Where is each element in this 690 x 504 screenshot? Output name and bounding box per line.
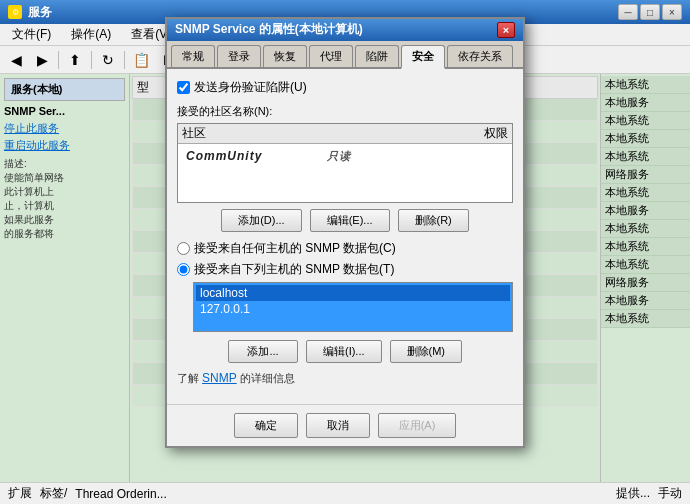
dialog-tabs: 常规登录恢复代理陷阱安全依存关系: [167, 41, 523, 69]
radio-any[interactable]: [177, 242, 190, 255]
radio-list-label: 接受来自下列主机的 SNMP 数据包(T): [194, 261, 394, 278]
apply-btn[interactable]: 应用(A): [378, 413, 457, 438]
host-entry[interactable]: localhost: [196, 285, 510, 301]
dialog-tab-安全[interactable]: 安全: [401, 45, 445, 69]
dialog-tab-登录[interactable]: 登录: [217, 45, 261, 67]
radio-any-row: 接受来自任何主机的 SNMP 数据包(C): [177, 240, 513, 257]
dialog-title: SNMP Service 的属性(本地计算机): [175, 21, 363, 38]
radio-list[interactable]: [177, 263, 190, 276]
radio-section: 接受来自任何主机的 SNMP 数据包(C) 接受来自下列主机的 SNMP 数据包…: [177, 240, 513, 332]
dialog-title-bar: SNMP Service 的属性(本地计算机) ×: [167, 19, 523, 41]
delete-community-btn[interactable]: 删除(R): [398, 209, 469, 232]
community-col1: 社区: [182, 125, 448, 142]
community-name: CommUnity: [186, 149, 262, 163]
dialog-tab-依存关系[interactable]: 依存关系: [447, 45, 513, 67]
host-btn-row: 添加... 编辑(I)... 删除(M): [177, 340, 513, 363]
dialog-tab-陷阱[interactable]: 陷阱: [355, 45, 399, 67]
info-row: 了解 SNMP 的详细信息: [177, 371, 513, 386]
edit-host-btn[interactable]: 编辑(I)...: [306, 340, 382, 363]
snmp-dialog: SNMP Service 的属性(本地计算机) × 常规登录恢复代理陷阱安全依存…: [165, 17, 525, 448]
community-section-label: 接受的社区名称(N):: [177, 104, 513, 119]
community-col2: 权限: [448, 125, 508, 142]
add-community-btn[interactable]: 添加(D)...: [221, 209, 301, 232]
community-entry[interactable]: CommUnity 只读: [178, 144, 512, 168]
edit-community-btn[interactable]: 编辑(E)...: [310, 209, 390, 232]
dialog-content: 发送身份验证陷阱(U) 接受的社区名称(N): 社区 权限 CommUnity …: [167, 69, 523, 404]
cancel-btn[interactable]: 取消: [306, 413, 370, 438]
host-entry[interactable]: 127.0.0.1: [196, 301, 510, 317]
host-list: localhost127.0.0.1: [193, 282, 513, 332]
dialog-close-btn[interactable]: ×: [497, 22, 515, 38]
community-list: 社区 权限 CommUnity 只读: [177, 123, 513, 203]
dialog-tab-代理[interactable]: 代理: [309, 45, 353, 67]
dialog-tab-常规[interactable]: 常规: [171, 45, 215, 67]
community-btn-row: 添加(D)... 编辑(E)... 删除(R): [177, 209, 513, 232]
auth-trap-checkbox[interactable]: [177, 81, 190, 94]
community-permission: 只读: [327, 150, 351, 162]
radio-any-label: 接受来自任何主机的 SNMP 数据包(C): [194, 240, 396, 257]
community-list-header: 社区 权限: [178, 124, 512, 144]
delete-host-btn[interactable]: 删除(M): [390, 340, 463, 363]
modal-overlay: SNMP Service 的属性(本地计算机) × 常规登录恢复代理陷阱安全依存…: [0, 0, 690, 504]
auth-trap-label: 发送身份验证陷阱(U): [194, 79, 307, 96]
radio-list-row: 接受来自下列主机的 SNMP 数据包(T): [177, 261, 513, 278]
ok-btn[interactable]: 确定: [234, 413, 298, 438]
add-host-btn[interactable]: 添加...: [228, 340, 298, 363]
dialog-footer: 确定 取消 应用(A): [167, 404, 523, 446]
auth-trap-row: 发送身份验证陷阱(U): [177, 79, 513, 96]
snmp-link[interactable]: SNMP: [202, 371, 237, 385]
dialog-tab-恢复[interactable]: 恢复: [263, 45, 307, 67]
